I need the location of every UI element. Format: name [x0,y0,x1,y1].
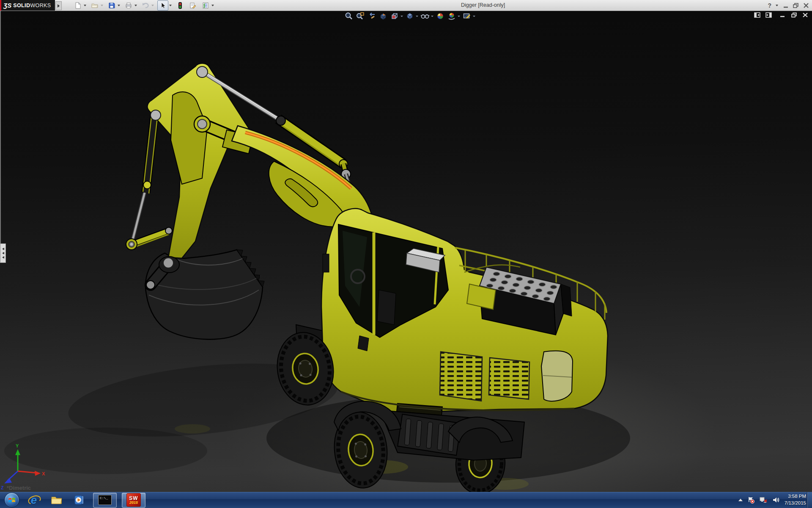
window-title: Digger [Read-only] [461,2,505,8]
media-player-icon [74,495,85,505]
side-vent-grille-1 [440,352,482,401]
edit-appearance-icon[interactable] [435,11,445,21]
display-style-icon[interactable] [405,11,415,21]
solidworks-logo: ƷS SOLID WORKS [0,0,55,11]
help-icon[interactable]: ? [768,2,771,9]
graphics-viewport[interactable]: Y X Z [0,11,812,492]
save-button[interactable] [107,1,117,10]
view-orientation-icon[interactable] [390,11,400,21]
excavator-model[interactable]: Y X Z [0,11,812,492]
open-button[interactable] [90,1,100,10]
ie-ring [27,494,42,506]
display-style-dropdown[interactable] [415,11,419,21]
new-button[interactable] [73,1,83,10]
restore-icon[interactable] [793,3,799,8]
select-dropdown[interactable] [168,1,173,10]
undo-button[interactable] [140,1,151,10]
network-error-icon[interactable] [760,496,768,504]
svg-text:Y: Y [16,443,19,448]
view-settings-icon[interactable] [462,11,472,21]
system-tray: 3:58 PM 7/13/2015 [738,492,806,508]
taskbar-item-internet-explorer[interactable]: e [25,493,42,507]
collapse-right-pane-icon[interactable] [765,12,772,18]
brand-bold: SOLID [13,3,30,8]
select-button[interactable] [157,0,168,11]
apply-scene-icon[interactable] [447,11,457,21]
logo-red-strip [0,0,1,11]
titlebar-controls: ? [768,0,809,11]
title-bar: ƷS SOLID WORKS Digger [ [0,0,812,11]
show-desktop-button[interactable] [807,492,812,508]
action-center-flag-icon[interactable] [747,496,755,504]
options-button[interactable] [200,1,211,10]
hide-show-items-icon[interactable] [420,11,430,21]
menu-expand-button[interactable] [55,1,62,10]
rebuild-button[interactable] [175,1,185,10]
document-window-controls [754,12,809,18]
folder-icon [51,495,63,505]
taskbar-item-command-prompt[interactable]: C:\_ [93,493,117,508]
print-button[interactable] [123,1,134,10]
zoom-to-fit-icon[interactable] [344,11,354,21]
feature-tree-edge [0,11,1,262]
solidworks-app-icon: SW 2015 [126,493,141,507]
seat [377,290,396,325]
sw-year-badge: 2015 [129,501,138,505]
help-dropdown[interactable] [775,1,779,10]
apply-scene-dropdown[interactable] [457,11,461,21]
hide-show-items-dropdown[interactable] [430,11,434,21]
taskbar-item-media-player[interactable] [71,493,88,507]
file-properties-button[interactable] [188,1,198,10]
previous-view-icon[interactable] [367,11,377,21]
open-dropdown[interactable] [100,1,104,10]
solidworks-glyph: ƷS [3,2,11,9]
taskbar-clock[interactable]: 3:58 PM 7/13/2015 [785,493,806,506]
brand-light: WORKS [30,3,51,8]
taskbar: e C:\_ SW 2015 [0,492,812,508]
volume-icon[interactable] [772,496,780,504]
print-dropdown[interactable] [134,1,138,10]
machine-body[interactable] [296,209,608,415]
svg-text:X: X [42,471,45,476]
expand-arrow-icon [2,256,4,259]
door-handle [358,336,369,351]
expand-arrow-icon [2,252,4,254]
taskbar-item-solidworks[interactable]: SW 2015 [122,493,145,508]
undo-dropdown[interactable] [151,1,155,10]
doc-minimize-icon[interactable] [779,12,786,18]
section-view-icon[interactable] [378,11,388,21]
expand-arrow-icon [2,248,4,250]
start-button[interactable] [4,492,19,508]
clock-time: 3:58 PM [785,493,806,500]
command-prompt-icon: C:\_ [98,495,112,505]
clock-date: 7/13/2015 [785,500,806,507]
mirror [323,254,329,272]
main-toolbar [70,0,215,11]
close-icon[interactable] [803,3,809,8]
collapse-left-pane-icon[interactable] [754,12,760,18]
headsup-view-toolbar [343,11,476,21]
side-vent-grille-2 [489,358,529,399]
doc-close-icon[interactable] [802,12,809,18]
zoom-to-area-icon[interactable] [355,11,365,21]
view-orientation-dropdown[interactable] [400,11,403,21]
windows-flag-icon [8,497,16,503]
save-dropdown[interactable] [117,1,121,10]
show-hidden-icons-icon[interactable] [738,499,743,501]
taskbar-item-windows-explorer[interactable] [48,493,65,507]
view-orientation-label: *Dimetric [7,485,31,491]
feature-tree-collapsed-tab[interactable] [0,243,6,263]
options-dropdown[interactable] [211,1,215,10]
svg-text:Z: Z [1,485,4,490]
new-dropdown[interactable] [83,1,87,10]
view-settings-dropdown[interactable] [472,11,476,21]
sw-letters: SW [129,496,138,501]
minimize-icon[interactable] [782,3,789,8]
doc-restore-icon[interactable] [791,12,797,18]
